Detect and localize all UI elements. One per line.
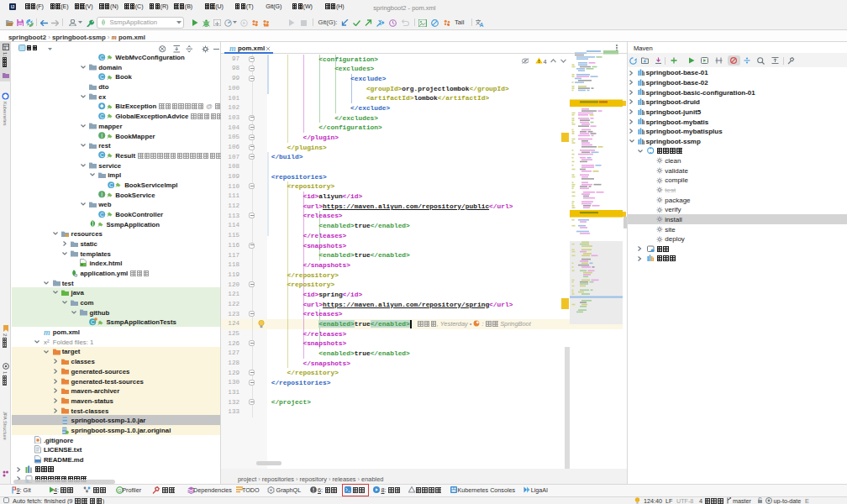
svg-text:I: I	[101, 133, 103, 139]
svg-text:C: C	[109, 181, 113, 187]
svg-text:IJ: IJ	[11, 4, 14, 9]
svg-text:m: m	[229, 44, 236, 52]
svg-text:C: C	[100, 211, 104, 217]
svg-text:m: m	[44, 328, 50, 336]
svg-text:I: I	[101, 192, 103, 197]
svg-text:C: C	[100, 54, 104, 60]
svg-text:x²: x²	[44, 339, 50, 345]
svg-text:C: C	[100, 152, 104, 158]
svg-text:A: A	[480, 22, 484, 27]
svg-text:C: C	[100, 74, 104, 80]
svg-text:C: C	[100, 113, 104, 118]
